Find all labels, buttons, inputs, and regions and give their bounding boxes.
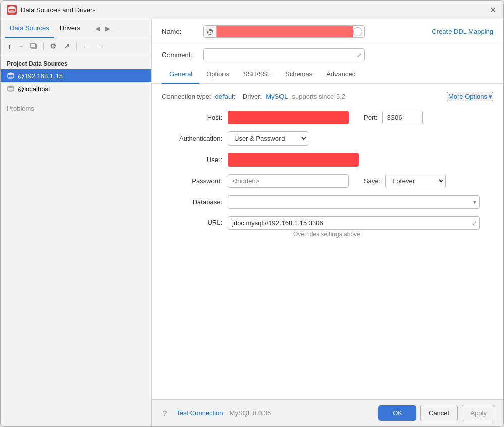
section-label: Project Data Sources	[1, 55, 151, 69]
port-input[interactable]	[382, 111, 423, 124]
name-row: Name: @ Create DDL Mapping	[152, 19, 503, 44]
ok-button[interactable]: OK	[378, 405, 416, 421]
app-icon	[7, 5, 17, 15]
auth-row: Authentication: User & Password No auth …	[162, 131, 493, 146]
database-select[interactable]	[228, 196, 470, 208]
nav-back[interactable]: ◀	[93, 24, 102, 33]
dialog: Data Sources and Drivers ✕ Data Sources …	[0, 0, 504, 427]
apply-button[interactable]: Apply	[462, 405, 495, 421]
settings-button[interactable]: ⚙	[47, 40, 59, 52]
password-label: Password:	[162, 177, 222, 185]
test-connection-status: MySQL 8.0.36	[230, 409, 271, 417]
back-button[interactable]: ←	[80, 41, 93, 52]
test-connection-button[interactable]: Test Connection	[176, 409, 223, 417]
bottom-buttons: OK Cancel Apply	[378, 405, 495, 421]
sidebar: Data Sources Drivers ◀ ▶ + −	[1, 19, 152, 426]
bottom-bar: ? Test Connection MySQL 8.0.36 OK Cancel…	[152, 399, 503, 426]
chevron-down-icon: ▾	[489, 93, 492, 100]
tab-data-sources[interactable]: Data Sources	[5, 19, 54, 38]
test-connection-area: ? Test Connection MySQL 8.0.36	[160, 408, 271, 418]
tab-options[interactable]: Options	[199, 65, 236, 84]
svg-point-2	[8, 10, 15, 13]
nav-forward[interactable]: ▶	[103, 24, 113, 33]
name-status-circle	[353, 27, 362, 36]
tab-drivers[interactable]: Drivers	[54, 19, 85, 38]
sidebar-item-192[interactable]: @192.168.1.15	[1, 69, 151, 82]
cancel-button[interactable]: Cancel	[420, 405, 458, 421]
close-button[interactable]: ✕	[488, 5, 497, 14]
window-title: Data Sources and Drivers	[21, 6, 484, 14]
comment-input-wrapper: ⤢	[203, 48, 365, 61]
url-row: URL: ⤢ Overrides settings above	[162, 216, 493, 238]
conn-type-label: Connection type:	[162, 93, 211, 100]
auth-label: Authentication:	[162, 135, 222, 142]
copy-button[interactable]	[28, 41, 40, 51]
host-label: Host:	[162, 114, 222, 121]
add-button[interactable]: +	[5, 41, 14, 52]
remove-button[interactable]: −	[16, 41, 26, 52]
tab-ssh-ssl[interactable]: SSH/SSL	[236, 65, 278, 84]
name-input[interactable]	[217, 26, 353, 37]
host-input[interactable]	[228, 111, 349, 124]
url-wrapper: ⤢	[228, 216, 480, 230]
comment-expand-icon[interactable]: ⤢	[354, 50, 364, 60]
driver-support-text: supports since 5.2	[292, 93, 345, 100]
svg-rect-6	[31, 43, 35, 48]
database-row: Database: ▾	[162, 195, 493, 209]
name-input-wrapper: @	[203, 25, 365, 38]
name-label: Name:	[162, 28, 197, 35]
sidebar-tabs: Data Sources Drivers ◀ ▶	[1, 19, 151, 38]
item-localhost-name: @localhost	[18, 85, 50, 93]
svg-point-12	[8, 90, 14, 92]
user-input[interactable]	[228, 153, 359, 167]
sidebar-item-localhost[interactable]: @localhost	[1, 82, 151, 95]
driver-prefix-label: Driver:	[239, 93, 262, 100]
tab-arrows: ◀ ▶	[91, 24, 115, 33]
name-at-symbol: @	[204, 26, 217, 37]
help-button[interactable]: ?	[160, 408, 170, 418]
main-content: Data Sources Drivers ◀ ▶ + −	[1, 19, 503, 426]
host-row: Host: Port:	[162, 111, 493, 124]
password-row: Password: Save: Forever Until restart Ne…	[162, 174, 493, 188]
database-select-wrapper: ▾	[228, 195, 480, 209]
tab-schemas[interactable]: Schemas	[278, 65, 319, 84]
create-ddl-link[interactable]: Create DDL Mapping	[432, 28, 493, 35]
title-bar: Data Sources and Drivers ✕	[1, 1, 503, 19]
sidebar-toolbar: + − ⚙ ↗ ← →	[1, 38, 151, 55]
svg-point-0	[8, 6, 15, 9]
toolbar-sep	[43, 42, 44, 50]
connection-type-row: Connection type: default Driver: MySQL s…	[162, 92, 493, 101]
item-192-name: @192.168.1.15	[18, 72, 63, 80]
share-button[interactable]: ↗	[61, 40, 73, 52]
svg-point-8	[8, 77, 14, 79]
right-panel: Name: @ Create DDL Mapping Comment: ⤢ Ge…	[152, 19, 503, 426]
database-chevron-icon: ▾	[470, 199, 479, 206]
db-icon-192	[7, 72, 15, 80]
conn-type-value[interactable]: default	[215, 93, 235, 100]
database-label: Database:	[162, 198, 222, 206]
overrides-note: Overrides settings above	[293, 231, 485, 238]
password-input[interactable]	[228, 174, 349, 188]
forward-button[interactable]: →	[95, 41, 107, 52]
url-label: URL:	[162, 216, 222, 226]
user-label: User:	[162, 156, 222, 164]
tab-advanced[interactable]: Advanced	[319, 65, 363, 84]
toolbar-sep2	[76, 42, 77, 50]
url-input[interactable]	[228, 217, 469, 229]
more-options-button[interactable]: More Options ▾	[447, 92, 493, 101]
user-row: User:	[162, 153, 493, 167]
port-label: Port:	[364, 114, 377, 121]
svg-point-11	[8, 86, 14, 88]
tab-general[interactable]: General	[162, 65, 199, 84]
tab-d	[85, 20, 91, 37]
tabs-bar: General Options SSH/SSL Schemas Advanced	[152, 65, 503, 84]
tab-content-general: Connection type: default Driver: MySQL s…	[152, 84, 503, 399]
url-expand-icon[interactable]: ⤢	[469, 219, 479, 228]
comment-input[interactable]	[204, 49, 354, 61]
save-select[interactable]: Forever Until restart Never	[385, 174, 446, 188]
save-label: Save:	[364, 177, 380, 185]
problems-label: Problems	[7, 104, 34, 112]
auth-select[interactable]: User & Password No auth LDAP Kerberos	[228, 131, 308, 146]
comment-row: Comment: ⤢	[152, 44, 503, 65]
driver-value[interactable]: MySQL	[266, 93, 288, 100]
